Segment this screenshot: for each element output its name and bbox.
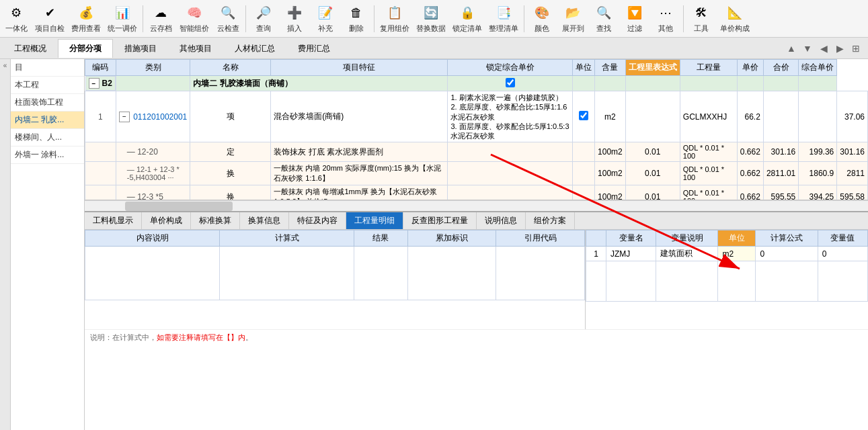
col-header-hanliang: 含量 <box>595 60 626 76</box>
tab-gongchenggaikuang[interactable]: 工程概况 <box>3 39 58 58</box>
cell-br1-formula: 0 <box>756 247 818 261</box>
bottom-tab-fanchatu[interactable]: 反查图形工程量 <box>403 212 477 229</box>
col-header-gongchenglibiaodashi: 工程里表达式 <box>625 60 680 76</box>
sidebar-item-bengongcheng[interactable]: 本工程 <box>11 77 84 94</box>
tab-qitaxiangmu[interactable]: 其他项目 <box>168 39 223 58</box>
toolbar-item-chazhao[interactable]: 🔍 查找 <box>589 2 619 36</box>
cell-c1-feature <box>448 142 573 162</box>
cell-c2-unit: 100m2 <box>595 162 626 185</box>
toolbar-item-zhengli[interactable]: 📑 整理清单 <box>486 2 521 36</box>
horizontal-scrollbar[interactable] <box>85 200 868 211</box>
bottom-right-row-1: 1 JZMJ 建筑面积 m2 0 0 <box>586 247 868 261</box>
cell-c1-unit: 100m2 <box>595 142 626 162</box>
cell-c1-composite: 301.16 <box>837 142 868 162</box>
tab-feiyonghuizong[interactable]: 费用汇总 <box>286 39 342 58</box>
note-text-red: 如需要注释请填写在【】内 <box>157 333 245 341</box>
bottom-note: 说明：在计算式中，如需要注释请填写在【】内。 <box>85 329 868 345</box>
toolbar-label-tihuan: 替换数据 <box>416 24 446 34</box>
bottom-tab-shuominxinxi[interactable]: 说明信息 <box>477 212 526 229</box>
p1-expand-btn[interactable]: − <box>119 112 130 122</box>
sidebar-item-neiqiang[interactable]: 内墙二 乳胶... <box>11 112 84 129</box>
toolbar-item-buchong[interactable]: 📝 补充 <box>311 2 340 36</box>
cell-p1-quantity <box>625 91 680 142</box>
sidebar-toggle[interactable]: « <box>0 59 11 430</box>
tab-scroll-left[interactable]: ◀ <box>817 42 830 55</box>
toolbar-item-yitihua[interactable]: ⚙ 一体化 <box>1 2 31 36</box>
toolbar-item-yunfile[interactable]: ☁ 云存档 <box>146 2 175 36</box>
cell-p1-category: 项 <box>190 91 271 142</box>
bottom-tab-gongliaoji[interactable]: 工料机显示 <box>85 212 142 229</box>
toolbar-item-suoding[interactable]: 🔒 锁定清单 <box>450 2 485 36</box>
fuyong-icon: 📋 <box>385 3 404 22</box>
cell-p1-name: 混合砂浆墙面(商铺) <box>271 91 448 142</box>
cell-c1-workload: 0.662 <box>737 142 763 162</box>
tab-fenbufenxiang[interactable]: 分部分项 <box>58 39 113 58</box>
tab-rencaijijuanzong[interactable]: 人材机汇总 <box>223 39 286 58</box>
tab-menu[interactable]: ⊞ <box>849 42 863 55</box>
col-header-xiangmutezheng: 项目特征 <box>271 60 448 76</box>
toolbar-item-guolv[interactable]: 🔽 过滤 <box>620 2 649 36</box>
cell-br1-unit[interactable]: m2 <box>718 247 756 261</box>
zijian-icon: ✔ <box>40 3 59 22</box>
main-table: 编码 类别 名称 项目特征 锁定综合单价 单位 含量 工程里表达式 工程量 单价… <box>85 59 868 200</box>
toolbar-item-charu[interactable]: ➕ 插入 <box>280 2 309 36</box>
toolbar-item-gongju[interactable]: 🛠 工具 <box>686 2 716 36</box>
sidebar-item-loutijian[interactable]: 楼梯间、人... <box>11 129 84 146</box>
cell-c1-category: 定 <box>190 142 271 162</box>
col-header-gongchengliang: 工程量 <box>680 60 737 76</box>
h-scroll-thumb[interactable] <box>125 202 233 211</box>
toolbar-item-zijian[interactable]: ✔ 项目自检 <box>32 2 67 36</box>
toolbar-item-yanse[interactable]: 🎨 颜色 <box>527 2 557 36</box>
cell-b2-name: 内墙二 乳胶漆墙面（商铺） <box>190 76 448 91</box>
cell-c3-formula: QDL * 0.01 * 100 <box>680 185 737 200</box>
bottom-col-neirong: 内容说明 <box>85 230 220 247</box>
sidebar-item-mu[interactable]: 目 <box>11 59 84 77</box>
bottom-col-jisuanshi: 计算式 <box>220 230 354 247</box>
bottom-panel: 工料机显示 单价构成 标准换算 换算信息 特征及内容 工程量明细 反查图形工程量… <box>85 211 868 345</box>
bottom-tab-tezhengjinengrong[interactable]: 特征及内容 <box>289 212 346 229</box>
toolbar-label-yitihua: 一体化 <box>5 24 28 34</box>
toolbar-item-danjiagoucheng[interactable]: 📐 单价构成 <box>717 2 752 36</box>
toolbar-item-zhankai[interactable]: 📂 展开到 <box>558 2 588 36</box>
cell-c1-code: — 12-20 <box>116 142 190 162</box>
tab-cuoshixiangmu[interactable]: 措施项目 <box>113 39 168 58</box>
bottom-tab-huansuanxinxi[interactable]: 换算信息 <box>240 212 289 229</box>
toolbar-item-qita[interactable]: ⋯ 其他 <box>651 2 680 36</box>
bottom-tab-gongchenglianmingxi[interactable]: 工程量明细 <box>346 212 403 229</box>
bottom-tab-zujiafangan[interactable]: 组价方案 <box>526 212 575 229</box>
toolbar-item-tongyitiaojia[interactable]: 📊 统一调价 <box>105 2 140 36</box>
bottom-tab-biaozhunhuansuan[interactable]: 标准换算 <box>191 212 240 229</box>
toolbar-item-shanchu[interactable]: 🗑 删除 <box>342 2 371 36</box>
toolbar-item-feiyong[interactable]: 💰 费用查看 <box>69 2 104 36</box>
cell-p1-locked[interactable] <box>573 91 595 142</box>
toolbar-item-fuyong[interactable]: 📋 复用组价 <box>377 2 412 36</box>
toolbar-item-zhineng[interactable]: 🧠 智能组价 <box>177 2 212 36</box>
toolbar-item-tihuan[interactable]: 🔄 替换数据 <box>413 2 448 36</box>
cell-c2-category: 换 <box>190 162 271 185</box>
cell-b2-locked[interactable] <box>448 76 573 91</box>
sidebar-item-waiqiang[interactable]: 外墙一 涂料... <box>11 146 84 164</box>
sidebar-item-zhuminzhuangshi[interactable]: 柱面装饰工程 <box>11 94 84 112</box>
toolbar-item-chaxun[interactable]: 🔎 查询 <box>249 2 278 36</box>
bottom-right-col-seq <box>586 230 606 247</box>
bottom-content: 内容说明 计算式 结果 累加标识 引用代码 <box>85 230 868 329</box>
bottom-tab-danjiagoucheng[interactable]: 单价构成 <box>142 212 191 229</box>
toolbar-label-zhengli: 整理清单 <box>489 24 518 34</box>
toolbar-item-yunjiancha[interactable]: 🔍 云检查 <box>213 2 243 36</box>
tab-scroll-right[interactable]: ▶ <box>833 42 846 55</box>
tab-scroll-up[interactable]: ▲ <box>785 42 798 55</box>
cell-b2-unit <box>573 76 595 91</box>
main-tab-bar: 工程概况 分部分项 措施项目 其他项目 人材机汇总 费用汇总 ▲ ▼ ◀ ▶ ⊞ <box>0 38 868 59</box>
col-header-zonghedanjia: 综合单价 <box>799 60 837 76</box>
cell-c2-name: 一般抹灰 内墙 20mm 实际厚度(mm):15 换为【水泥石灰砂浆 1:1.6… <box>271 162 448 185</box>
tab-scroll-down[interactable]: ▼ <box>801 42 814 55</box>
chaxun-icon: 🔎 <box>254 3 273 22</box>
toolbar-label-chazhao: 查找 <box>596 24 611 34</box>
cell-b2-total <box>763 76 798 91</box>
table-area[interactable]: 编码 类别 名称 项目特征 锁定综合单价 单位 含量 工程里表达式 工程量 单价… <box>85 59 868 200</box>
col-header-bianma: 编码 <box>85 60 116 76</box>
toolbar: ⚙ 一体化 ✔ 项目自检 💰 费用查看 📊 统一调价 ☁ 云存档 🧠 智能组价 … <box>0 0 868 38</box>
note-text-end: 。 <box>245 333 253 341</box>
b2-expand-btn[interactable]: − <box>89 78 100 89</box>
cell-c2-total: 1860.9 <box>799 162 837 185</box>
